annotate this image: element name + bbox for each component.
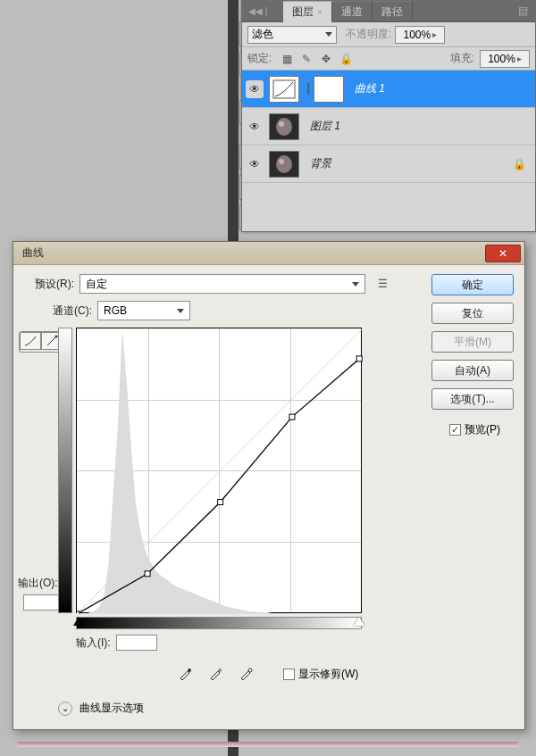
layer-name: 曲线 1 (355, 81, 385, 96)
output-gradient (58, 328, 72, 613)
chevron-down-icon (325, 32, 332, 37)
layer-row-curves[interactable]: 👁 ┃ 曲线 1 (242, 71, 535, 108)
input-input[interactable] (116, 635, 157, 651)
blend-mode-value: 滤色 (252, 27, 273, 42)
channel-select[interactable]: RGB (97, 301, 190, 320)
display-options-label: 曲线显示选项 (80, 701, 144, 716)
panel-tabs: 图层× 通道 路径 (242, 1, 535, 22)
tab-paths-label: 路径 (381, 5, 403, 18)
left-column: 预设(R): 自定 ☰ 通道(C): RGB (24, 274, 423, 716)
point-curve-tool[interactable] (20, 332, 41, 350)
preset-value: 自定 (86, 277, 107, 292)
tab-layers-label: 图层 (292, 5, 314, 18)
curve-tool-group (19, 331, 63, 353)
lock-move-icon[interactable]: ✥ (318, 51, 334, 67)
black-point-slider[interactable] (73, 617, 84, 626)
lock-transparency-icon[interactable]: ▦ (279, 51, 295, 67)
chevron-down-icon: ▸ (517, 54, 522, 63)
ok-button[interactable]: 确定 (431, 274, 514, 295)
preview-checkbox[interactable]: 预览(P) (449, 422, 514, 437)
adjustment-thumb[interactable] (269, 76, 299, 103)
auto-label: 自动(A) (455, 363, 490, 378)
tab-paths[interactable]: 路径 (373, 1, 413, 21)
preset-select[interactable]: 自定 (80, 274, 365, 294)
gray-eyedropper[interactable] (205, 663, 226, 685)
curves-dialog: 曲线 ✕ 预设(R): 自定 ☰ 通道(C): RGB (13, 241, 525, 730)
preview-label: 预览(P) (465, 422, 500, 437)
tab-close-icon[interactable]: × (317, 7, 322, 17)
auto-button[interactable]: 自动(A) (431, 360, 514, 381)
input-label: 输入(I): (76, 636, 111, 651)
dialog-body: 预设(R): 自定 ☰ 通道(C): RGB (13, 265, 524, 725)
panel-menu-icon[interactable]: ▤ (518, 4, 531, 17)
visibility-eye-icon[interactable]: 👁 (246, 118, 264, 136)
checkbox-icon (283, 669, 295, 680)
image-thumb[interactable] (269, 151, 299, 178)
chevron-down-icon (177, 309, 184, 313)
svg-point-18 (248, 669, 252, 672)
eyedropper-row: 显示修剪(W) (174, 663, 362, 685)
white-eyedropper[interactable] (235, 663, 256, 685)
tab-layers[interactable]: 图层× (283, 1, 332, 22)
show-clipping-label: 显示修剪(W) (298, 667, 358, 682)
opacity-label: 不透明度: (346, 27, 391, 42)
mask-thumb[interactable] (314, 76, 344, 103)
channel-label: 通道(C): (42, 303, 92, 319)
ok-label: 确定 (462, 278, 483, 293)
lock-all-icon[interactable]: 🔒 (338, 51, 354, 67)
preset-row: 预设(R): 自定 ☰ (24, 274, 423, 294)
tab-channels[interactable]: 通道 (332, 1, 373, 21)
input-gradient[interactable] (76, 617, 362, 629)
visibility-eye-icon[interactable]: 👁 (246, 80, 264, 98)
lock-icon: 🔒 (513, 158, 526, 170)
link-icon[interactable]: ┃ (303, 83, 314, 95)
panel-collapse-icon[interactable]: ◀◀ | (245, 4, 279, 21)
preset-menu-icon[interactable]: ☰ (373, 274, 392, 294)
layer-row-background[interactable]: 👁 背景 🔒 (242, 145, 535, 183)
fill-label: 填充: (450, 51, 474, 66)
titlebar[interactable]: 曲线 ✕ (13, 242, 524, 265)
visibility-eye-icon[interactable]: 👁 (246, 155, 264, 173)
curve-wrap: 输入(I): 显示修剪(W) ⌄ 曲线显示选项 (58, 328, 362, 716)
chevron-down-icon: ⌄ (58, 702, 72, 716)
svg-point-13 (279, 159, 284, 164)
bottom-edge (18, 742, 518, 747)
layer-list: 👁 ┃ 曲线 1 👁 图层 1 👁 背景 🔒 (242, 71, 535, 183)
options-label: 选项(T)... (450, 392, 494, 407)
svg-point-16 (188, 669, 191, 672)
display-options-row[interactable]: ⌄ 曲线显示选项 (58, 701, 362, 716)
svg-point-11 (279, 121, 284, 127)
white-point-slider[interactable] (354, 617, 364, 626)
close-icon: ✕ (498, 247, 507, 260)
show-clipping-checkbox[interactable]: 显示修剪(W) (283, 667, 358, 682)
black-eyedropper[interactable] (174, 663, 196, 685)
fill-input[interactable]: 100%▸ (480, 50, 530, 68)
smooth-button[interactable]: 平滑(M) (431, 331, 514, 353)
close-button[interactable]: ✕ (485, 245, 521, 262)
curve-point[interactable] (218, 500, 223, 505)
opacity-input[interactable]: 100%▸ (395, 26, 445, 44)
preset-label: 预设(R): (24, 277, 74, 292)
curve-point[interactable] (289, 414, 295, 420)
svg-point-12 (276, 155, 292, 173)
blend-mode-select[interactable]: 滤色 (247, 26, 337, 44)
lock-row: 锁定: ▦ ✎ ✥ 🔒 填充: 100%▸ (242, 47, 535, 71)
channel-value: RGB (104, 304, 127, 317)
curve-point[interactable] (145, 571, 150, 577)
reset-button[interactable]: 复位 (431, 303, 514, 324)
curve-point[interactable] (77, 611, 80, 614)
input-row: 输入(I): (76, 635, 362, 651)
image-thumb[interactable] (269, 113, 299, 140)
smooth-label: 平滑(M) (454, 335, 491, 350)
reset-label: 复位 (462, 306, 483, 321)
lock-brush-icon[interactable]: ✎ (298, 51, 314, 67)
options-button[interactable]: 选项(T)... (431, 388, 514, 410)
curve-area: 输出(O): (24, 328, 423, 716)
layers-options-row: 滤色 不透明度: 100%▸ (242, 22, 535, 47)
fill-value: 100% (488, 53, 515, 65)
curve-grid[interactable] (76, 328, 362, 613)
checkbox-icon (449, 424, 461, 436)
layer-name: 背景 (310, 156, 331, 171)
curve-point[interactable] (356, 356, 362, 361)
layer-row-image1[interactable]: 👁 图层 1 (242, 108, 535, 145)
